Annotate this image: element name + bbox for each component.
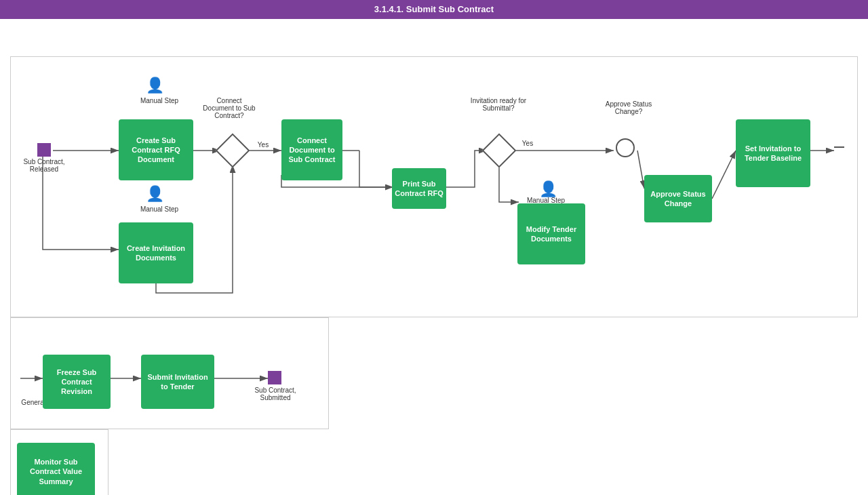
- yes-label-1: Yes: [250, 141, 277, 148]
- manual-step-label-2: Manual Step: [125, 205, 193, 213]
- freeze-revision-box[interactable]: Freeze Sub Contract Revision: [43, 355, 111, 409]
- monitor-summary-box[interactable]: Monitor Sub Contract Value Summary: [17, 443, 95, 495]
- set-baseline-box[interactable]: Set Invitation to Tender Baseline: [736, 119, 810, 187]
- submit-invitation-box[interactable]: Submit Invitation to Tender: [141, 355, 214, 409]
- approve-status-circle: [616, 138, 635, 157]
- person-icon-2: 👤: [146, 185, 164, 203]
- connect-doc-question-label: Connect Document to Sub Contract?: [202, 97, 256, 119]
- modify-tender-box[interactable]: Modify Tender Documents: [517, 203, 585, 264]
- approve-status-box[interactable]: Approve Status Change: [644, 175, 712, 222]
- approve-status-question-label: Approve Status Change?: [598, 100, 659, 115]
- title-bar: 3.1.4.1. Submit Sub Contract: [0, 0, 868, 19]
- create-rfq-box[interactable]: Create Sub Contract RFQ Document: [119, 119, 193, 180]
- sub-contract-submitted-event: [268, 371, 281, 384]
- yes-label-2: Yes: [514, 140, 541, 147]
- invitation-ready-label: Invitation ready for Submittal?: [468, 97, 529, 112]
- person-icon-3: 👤: [539, 180, 557, 198]
- manual-step-label-1: Manual Step: [125, 97, 193, 104]
- diagram-area: Sub Contract, Released 👤 Manual Step Cre…: [0, 19, 868, 495]
- sub-contract-released-label: Sub Contract, Released: [17, 158, 71, 173]
- sub-contract-submitted-label: Sub Contract, Submitted: [251, 387, 300, 401]
- connect-doc-box[interactable]: Connect Document to Sub Contract: [281, 119, 342, 180]
- print-rfq-box[interactable]: Print Sub Contract RFQ: [392, 168, 446, 209]
- person-icon-1: 👤: [146, 77, 164, 94]
- create-invitation-box[interactable]: Create Invitation Documents: [119, 222, 193, 283]
- page-title: 3.1.4.1. Submit Sub Contract: [374, 4, 494, 14]
- sub-contract-released-event: [37, 143, 51, 157]
